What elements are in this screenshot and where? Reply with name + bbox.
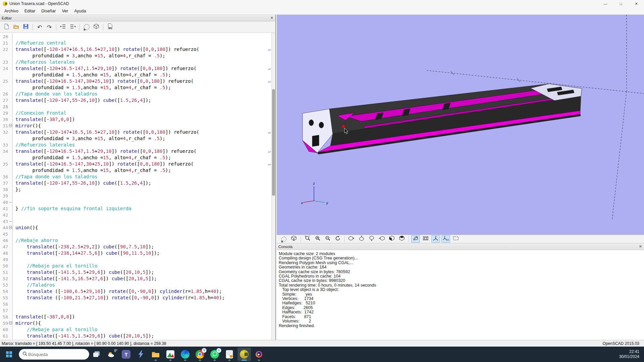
code-line[interactable]: 24translate([-120+16.5-147,1.5+29,10]) r… bbox=[0, 65, 271, 72]
zoom-out-button[interactable] bbox=[323, 235, 332, 243]
fold-marker-icon[interactable] bbox=[9, 226, 12, 229]
code-line[interactable]: 35translate([-120+16.5-147,30+25,10]) ro… bbox=[0, 161, 271, 167]
menu-item-editar[interactable]: Editar bbox=[21, 8, 39, 14]
task-view-button[interactable] bbox=[90, 348, 103, 361]
orthogonal-view-button[interactable] bbox=[421, 235, 430, 243]
code-line[interactable]: 52 translate([-141.5,16.5+27,6]) cube([2… bbox=[0, 276, 271, 282]
code-editor[interactable]: 2021//Refuerzo central22translate([-120-… bbox=[0, 33, 275, 340]
view-back-button[interactable] bbox=[397, 235, 406, 243]
code-line[interactable]: 60 //Rebaje para el tornillo bbox=[0, 326, 271, 333]
open-file-button[interactable] bbox=[12, 23, 20, 32]
search-input[interactable] bbox=[28, 352, 79, 357]
code-line[interactable]: 48 translate([-238,14+27.5,6]) cube([90,… bbox=[0, 250, 271, 256]
code-line[interactable]: profundidad = 1.5,ancho =15, alto=4,r_ch… bbox=[0, 84, 271, 91]
preview-render-button[interactable]: » bbox=[279, 235, 288, 243]
menu-item-ayuda[interactable]: Ayuda bbox=[71, 8, 89, 14]
code-line[interactable]: 47 translate([-238,2.5+29,2]) cube([90,7… bbox=[0, 244, 271, 250]
indent-button[interactable] bbox=[68, 23, 77, 32]
perspective-view-button[interactable] bbox=[411, 235, 420, 243]
code-line[interactable]: 51 translate([-141.5,1.5+29,6]) cube([20… bbox=[0, 269, 271, 276]
3d-viewport[interactable]: x y z bbox=[277, 15, 644, 235]
menu-item-ver[interactable]: Ver bbox=[59, 8, 71, 14]
fold-marker-icon[interactable] bbox=[9, 124, 12, 127]
render-button[interactable] bbox=[92, 23, 101, 32]
media-player-button[interactable]: ▶ bbox=[252, 348, 266, 361]
code-line[interactable]: 32translate([-120-147+16.5,16.5+27,10]) … bbox=[0, 129, 271, 135]
code-line[interactable]: 54 translate ([-100,6.5+29,10]) rotate([… bbox=[0, 288, 271, 295]
weather-widget[interactable]: 8° bbox=[105, 348, 118, 361]
file-explorer-button[interactable] bbox=[149, 348, 162, 361]
taskbar-clock[interactable]: 22:41 30/01/2024 bbox=[619, 349, 639, 359]
code-line[interactable]: 42 bbox=[0, 212, 271, 218]
code-line[interactable]: 28 bbox=[0, 104, 271, 110]
code-line[interactable]: profundidad = 1.5,ancho =15, alto=4,r_ch… bbox=[0, 167, 271, 174]
code-line[interactable]: 41} //fin soporte esquina frontal izquie… bbox=[0, 205, 271, 212]
code-line[interactable]: 36//Tapa donde van los taladros bbox=[0, 174, 271, 180]
code-line[interactable]: 58translate([-387,0,0]) bbox=[0, 314, 271, 320]
zoom-all-button[interactable] bbox=[303, 235, 312, 243]
whatsapp-button[interactable]: 1 bbox=[208, 348, 221, 361]
view-all-button[interactable] bbox=[451, 235, 460, 243]
code-line[interactable]: 20 bbox=[0, 34, 271, 40]
show-axes-button[interactable] bbox=[431, 235, 440, 243]
view-front-button[interactable] bbox=[387, 235, 396, 243]
taskbar-search[interactable] bbox=[19, 349, 89, 360]
editor-close-icon[interactable]: ✕ bbox=[270, 16, 273, 20]
code-line[interactable]: 50 //Rebaje para el tornillo bbox=[0, 263, 271, 269]
editor-scrollbar[interactable] bbox=[271, 33, 275, 340]
code-line[interactable]: 21//Refuerzo central bbox=[0, 40, 271, 46]
start-button[interactable] bbox=[1, 348, 14, 361]
code-line[interactable]: 23//Refuerzos laterales bbox=[0, 59, 271, 65]
code-line[interactable]: profundidad = 1.5,ancho =15, alto=4,r_ch… bbox=[0, 155, 271, 161]
code-line[interactable]: 45 bbox=[0, 231, 271, 237]
reset-view-button[interactable] bbox=[333, 235, 342, 243]
openscad-taskbar-button[interactable] bbox=[237, 348, 251, 361]
zoom-in-button[interactable] bbox=[313, 235, 322, 243]
view-bottom-button[interactable] bbox=[367, 235, 376, 243]
code-line[interactable]: 55 translate ([-100,21.5+27,10]) rotate(… bbox=[0, 295, 271, 301]
code-line[interactable]: 38}; bbox=[0, 186, 271, 193]
unindent-button[interactable] bbox=[59, 23, 67, 32]
new-file-button[interactable] bbox=[2, 23, 11, 32]
teams-app-button[interactable]: T bbox=[119, 348, 133, 361]
code-line[interactable]: 33//Refuerzos laterales bbox=[0, 142, 271, 148]
code-line[interactable]: 22translate([-120-147+16.5,16.5+27,10]) … bbox=[0, 46, 271, 53]
code-line[interactable]: 30translate([-387,0,0]) bbox=[0, 116, 271, 123]
undo-button[interactable]: ↶ bbox=[35, 23, 44, 32]
code-line[interactable]: 59mirror(){ bbox=[0, 320, 271, 326]
export-stl-button[interactable]: STL bbox=[106, 23, 114, 32]
code-line[interactable]: 25translate([-120+16.5-147,30+25,10]) ro… bbox=[0, 78, 271, 84]
code-line[interactable]: 46//Rebaje ahorro bbox=[0, 237, 271, 244]
edge-browser-button[interactable] bbox=[178, 348, 192, 361]
redo-button[interactable]: ↷ bbox=[45, 23, 54, 32]
code-line[interactable]: 37translate([-120-147,55-26,10]) cube([1… bbox=[0, 180, 271, 186]
code-line[interactable]: 40 bbox=[0, 199, 271, 205]
code-line[interactable]: profundidad = 3,ancho =15, alto=4,r_chaf… bbox=[0, 135, 271, 142]
code-line[interactable]: 57 bbox=[0, 307, 271, 314]
minimize-button[interactable]: — bbox=[598, 0, 613, 7]
code-line[interactable]: 26//Tapa donde van los taladros bbox=[0, 91, 271, 97]
preview-button[interactable]: » bbox=[82, 23, 91, 32]
code-line[interactable]: 29//Conexion Frontal bbox=[0, 110, 271, 116]
view-top-button[interactable] bbox=[357, 235, 366, 243]
code-line[interactable]: profundidad = 1.5,ancho =15, alto=4,r_ch… bbox=[0, 72, 271, 78]
view-left-button[interactable] bbox=[377, 235, 386, 243]
save-button[interactable] bbox=[21, 23, 30, 32]
menu-item-disenar[interactable]: Diseñar bbox=[38, 8, 59, 14]
code-line[interactable]: 49 bbox=[0, 256, 271, 263]
view-right-button[interactable] bbox=[347, 235, 356, 243]
fold-marker-icon[interactable] bbox=[9, 321, 12, 324]
show-scale-markers-button[interactable]: 10 bbox=[441, 235, 450, 243]
document-app-button[interactable] bbox=[223, 348, 236, 361]
code-line[interactable]: profundidad = 3,ancho =15, alto=4,r_chaf… bbox=[0, 53, 271, 59]
scrollbar-thumb[interactable] bbox=[272, 89, 275, 196]
code-line[interactable]: 53 //Taladros bbox=[0, 282, 271, 288]
code-line[interactable]: 43 bbox=[0, 218, 271, 225]
close-button[interactable]: ✕ bbox=[629, 0, 644, 7]
code-line[interactable]: 56 bbox=[0, 301, 271, 307]
code-line[interactable]: 31mirror(){ bbox=[0, 123, 271, 129]
code-line[interactable]: 44union(){ bbox=[0, 225, 271, 231]
chrome-browser-button[interactable]: V bbox=[193, 348, 207, 361]
maximize-button[interactable]: □ bbox=[613, 0, 629, 7]
code-line[interactable]: 34translate([-120+16.5-147,1.5+29,10]) r… bbox=[0, 148, 271, 155]
